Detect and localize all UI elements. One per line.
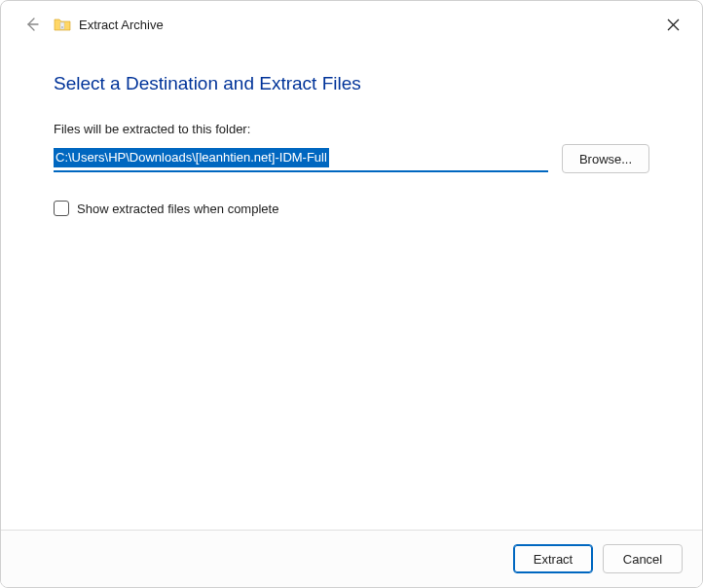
show-extracted-checkbox-row: Show extracted files when complete — [54, 201, 649, 216]
folder-zip-icon — [54, 17, 71, 32]
content-area: Select a Destination and Extract Files F… — [1, 44, 702, 530]
cancel-button[interactable]: Cancel — [603, 544, 683, 573]
browse-button[interactable]: Browse... — [562, 144, 649, 173]
window-title: Extract Archive — [79, 18, 164, 32]
close-icon[interactable] — [663, 15, 683, 34]
page-heading: Select a Destination and Extract Files — [54, 73, 649, 94]
show-extracted-label[interactable]: Show extracted files when complete — [77, 202, 278, 216]
back-arrow-icon[interactable] — [22, 15, 42, 34]
show-extracted-checkbox[interactable] — [54, 201, 69, 216]
svg-rect-1 — [60, 22, 64, 29]
destination-path-input[interactable]: C:\Users\HP\Downloads\[leanhtien.net]-ID… — [54, 145, 548, 172]
extract-button[interactable]: Extract — [513, 544, 593, 573]
path-label: Files will be extracted to this folder: — [54, 122, 649, 136]
titlebar: Extract Archive — [1, 1, 702, 44]
footer: Extract Cancel — [1, 530, 702, 587]
destination-path-value: C:\Users\HP\Downloads\[leanhtien.net]-ID… — [54, 148, 329, 167]
path-row: C:\Users\HP\Downloads\[leanhtien.net]-ID… — [54, 144, 649, 173]
svg-point-2 — [61, 26, 63, 28]
